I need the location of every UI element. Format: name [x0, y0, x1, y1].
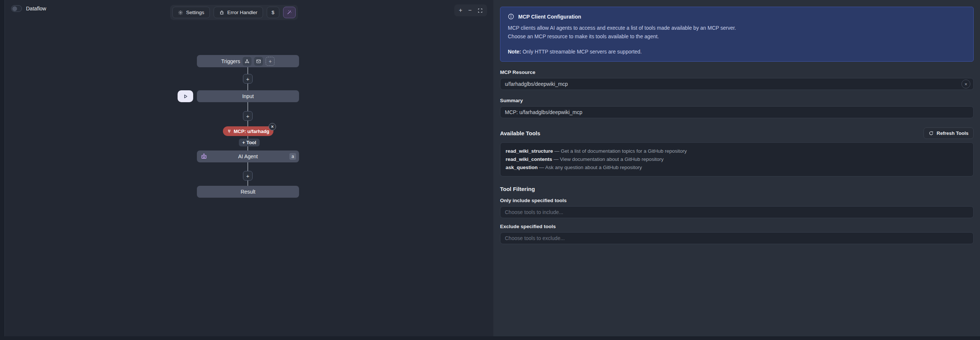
page-title: Dataflow	[26, 6, 46, 11]
bottom-edge-strip	[0, 336, 980, 340]
refresh-tools-label: Refresh Tools	[937, 131, 969, 136]
available-tools-list: read_wiki_structure — Get a list of docu…	[500, 142, 974, 177]
tool-separator: —	[538, 164, 545, 170]
clear-mcp-resource-button[interactable]: ×	[961, 80, 970, 88]
mail-icon	[256, 59, 261, 64]
settings-label: Settings	[186, 10, 204, 15]
error-handler-label: Error Handler	[228, 10, 258, 15]
dollar-icon: $	[272, 10, 275, 15]
info-line-1: MCP clients allow AI agents to access an…	[508, 24, 966, 32]
tool-desc: Ask any question about a GitHub reposito…	[545, 164, 642, 170]
exclude-tools-label: Exclude specified tools	[500, 224, 974, 229]
robot-icon	[200, 153, 207, 160]
toggle-knob	[12, 6, 17, 11]
summary-label: Summary	[500, 98, 974, 103]
info-line-2: Choose an MCP resource to make its tools…	[508, 32, 966, 41]
add-node-button-1[interactable]: +	[243, 74, 253, 84]
plus-icon: +	[246, 173, 250, 179]
run-input-button[interactable]	[178, 90, 193, 102]
close-icon: ×	[271, 124, 274, 129]
tool-filtering-heading: Tool Filtering	[500, 186, 535, 192]
mcp-config-panel: MCP Client Configuration MCP clients all…	[493, 0, 980, 336]
available-tools-heading: Available Tools	[500, 130, 540, 136]
zoom-out-button[interactable]: −	[468, 8, 471, 13]
tool-name: ask_question	[506, 164, 538, 170]
left-edge-strip	[0, 0, 5, 336]
add-tool-button[interactable]: + Tool	[239, 139, 260, 147]
plug-icon	[227, 129, 231, 133]
gear-icon	[178, 10, 183, 15]
exclude-tools-input[interactable]	[500, 232, 974, 244]
add-node-button-2[interactable]: +	[243, 111, 253, 121]
remove-mcp-button[interactable]: ×	[269, 123, 276, 131]
webhook-icon	[245, 59, 250, 64]
plus-icon: +	[246, 76, 250, 82]
tool-row: read_wiki_structure — Get a list of docu…	[506, 147, 968, 155]
settings-button[interactable]: Settings	[172, 7, 210, 18]
tool-separator: —	[552, 156, 560, 162]
bug-icon	[219, 10, 224, 15]
email-trigger-button[interactable]	[254, 57, 263, 66]
dataflow-toggle-row: Dataflow	[11, 5, 46, 12]
canvas-toolbar: Settings Error Handler $	[170, 5, 298, 20]
webhook-trigger-button[interactable]	[243, 57, 251, 66]
tool-separator: —	[553, 148, 561, 154]
info-note-label: Note:	[508, 49, 521, 54]
result-node-label: Result	[241, 189, 256, 195]
summary-input[interactable]	[500, 106, 974, 118]
mcp-info-box: MCP Client Configuration MCP clients all…	[500, 7, 974, 62]
add-trigger-button[interactable]: +	[266, 57, 275, 66]
mcp-resource-label: MCP Resource	[500, 70, 974, 75]
tool-name: read_wiki_structure	[506, 148, 553, 154]
app-root: Dataflow Settings Er	[0, 0, 980, 340]
fit-view-button[interactable]	[478, 8, 482, 13]
mcp-tool-node[interactable]: MCP: u/farhadgl... ×	[223, 126, 274, 136]
ai-agent-node[interactable]: AI Agent a	[197, 150, 299, 162]
refresh-tools-button[interactable]: Refresh Tools	[924, 128, 974, 139]
input-node[interactable]: Input	[197, 90, 299, 102]
include-tools-input[interactable]	[500, 206, 974, 218]
close-icon: ×	[964, 81, 967, 87]
mcp-resource-field-wrap: ×	[500, 78, 974, 90]
refresh-icon	[929, 131, 934, 136]
plus-icon: +	[269, 58, 272, 64]
workflow-canvas[interactable]: Dataflow Settings Er	[5, 0, 493, 336]
add-node-button-3[interactable]: +	[243, 171, 253, 180]
zoom-in-button[interactable]: +	[459, 8, 462, 13]
plus-icon: +	[459, 8, 462, 13]
error-handler-button[interactable]: Error Handler	[213, 7, 263, 18]
add-tool-label: + Tool	[242, 140, 256, 145]
magic-wand-icon	[286, 10, 292, 15]
variables-button[interactable]: $	[267, 7, 279, 18]
mcp-node-label: MCP: u/farhadgl...	[234, 129, 269, 134]
triggers-node[interactable]: Triggers +	[197, 55, 299, 67]
include-tools-field-wrap	[500, 206, 974, 218]
fullscreen-icon	[478, 8, 482, 13]
plus-icon: +	[246, 113, 250, 119]
dataflow-toggle[interactable]	[11, 5, 22, 12]
include-tools-label: Only include specified tools	[500, 198, 974, 203]
info-icon	[508, 13, 514, 20]
tool-desc: View documentation about a GitHub reposi…	[560, 156, 663, 162]
info-note-text: Only HTTP streamable MCP servers are sup…	[521, 49, 642, 54]
exclude-tools-field-wrap	[500, 232, 974, 244]
triggers-label: Triggers	[221, 58, 240, 64]
play-icon	[183, 94, 188, 99]
info-note: Note: Only HTTP streamable MCP servers a…	[508, 49, 966, 54]
summary-field-wrap	[500, 106, 974, 118]
ai-assist-button[interactable]	[283, 7, 296, 18]
input-node-label: Input	[242, 93, 254, 99]
tool-row: ask_question — Ask any question about a …	[506, 163, 968, 172]
tool-row: read_wiki_contents — View documentation …	[506, 155, 968, 163]
tool-desc: Get a list of documentation topics for a…	[561, 148, 687, 154]
minus-icon: −	[468, 8, 471, 13]
result-node[interactable]: Result	[197, 186, 299, 198]
info-box-title: MCP Client Configuration	[518, 14, 581, 20]
mcp-resource-input[interactable]	[500, 78, 974, 90]
ai-agent-label: AI Agent	[238, 153, 258, 160]
agent-badge[interactable]: a	[290, 153, 296, 160]
tool-name: read_wiki_contents	[506, 156, 552, 162]
zoom-controls: + −	[454, 5, 487, 16]
